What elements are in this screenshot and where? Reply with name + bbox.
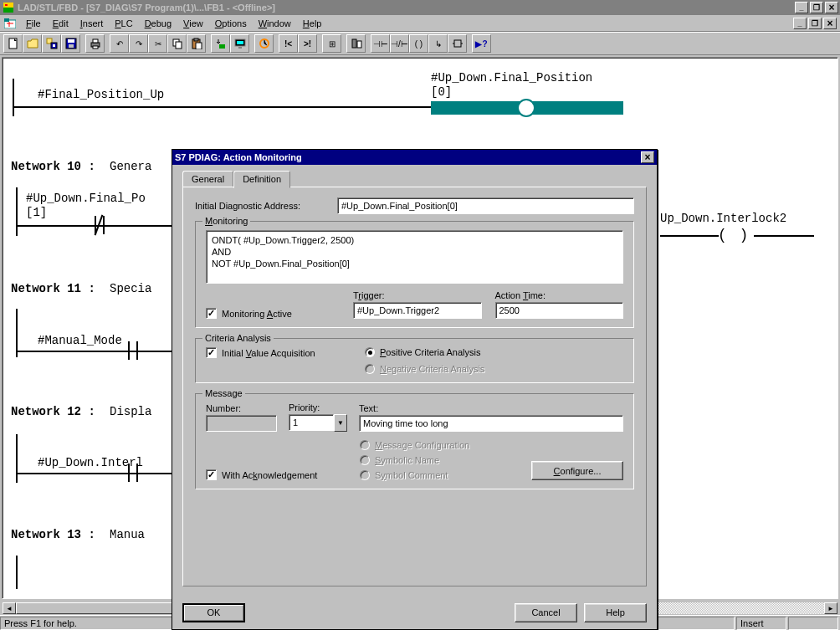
tab-general[interactable]: General	[182, 171, 233, 187]
mdi-restore-button[interactable]: ❐	[808, 18, 822, 29]
fieldset-criteria: Criteria Analysis Initial Value Acquisit…	[195, 338, 634, 383]
menu-insert[interactable]: Insert	[74, 17, 110, 30]
label-final-pos-up: #Final_Position_Up	[38, 88, 164, 101]
rung13-rail	[16, 556, 18, 589]
tool-savegroup-icon[interactable]	[42, 34, 61, 53]
help-button[interactable]: Help	[584, 603, 647, 622]
network13-label: Network 13 :	[11, 528, 95, 541]
label-msg-number: Number:	[206, 403, 277, 413]
tool-print-icon[interactable]	[85, 34, 105, 53]
monitoring-line1: ONDT( #Up_Down.Trigger2, 2500)	[212, 234, 617, 246]
configure-button[interactable]: Configure...	[531, 461, 623, 480]
tool-branch-icon[interactable]: ↳	[428, 34, 448, 53]
rung10-rail	[16, 187, 18, 236]
svg-rect-8	[53, 44, 55, 47]
input-msg-text[interactable]: Moving time too long	[359, 415, 623, 432]
rung12-rail	[16, 434, 18, 483]
tool-monitor-icon[interactable]	[230, 34, 249, 53]
tool-redo-icon[interactable]: ↷	[129, 34, 148, 53]
tool-help-icon[interactable]: ▶?	[472, 34, 491, 53]
hscroll-thumb[interactable]	[16, 602, 183, 614]
checkbox-initial-value[interactable]	[206, 347, 217, 358]
legend-message: Message	[202, 388, 245, 398]
checkbox-with-ack[interactable]	[206, 469, 217, 480]
menu-help[interactable]: Help	[297, 17, 328, 30]
mdi-minimize-button[interactable]: _	[793, 18, 807, 29]
tool-open-icon[interactable]	[23, 34, 42, 53]
chevron-down-icon[interactable]: ▼	[334, 414, 347, 432]
menu-options[interactable]: Options	[209, 17, 253, 30]
input-msg-number	[206, 415, 277, 432]
network10-right-label: Up_Down.Interlock2	[660, 212, 786, 225]
menu-plc[interactable]: PLC	[109, 17, 138, 30]
svg-rect-10	[68, 39, 74, 43]
checkbox-monitoring-active[interactable]	[206, 308, 217, 319]
tool-syminfo-icon[interactable]: ⊞	[322, 34, 341, 53]
input-action-time[interactable]: 2500	[495, 302, 624, 319]
tool-vartable-icon[interactable]	[254, 34, 274, 53]
tab-panel-definition: Initial Diagnostic Address: #Up_Down.Fin…	[182, 187, 647, 586]
network10-var1-idx: [1]	[26, 206, 47, 219]
select-value: 1	[289, 414, 334, 431]
mdi-close-button[interactable]	[823, 18, 837, 29]
menu-debug[interactable]: Debug	[139, 17, 177, 30]
highlighted-coil-icon	[517, 99, 535, 117]
network10-title: Genera	[110, 160, 151, 173]
close-button[interactable]	[825, 2, 838, 13]
fieldset-message: Message Number: Priority: 1 ▼ Tex	[195, 393, 634, 489]
svg-rect-0	[3, 8, 13, 13]
tab-definition[interactable]: Definition	[233, 171, 290, 188]
label-symcomment: Symbol Comment	[375, 470, 448, 480]
restore-button[interactable]: ❐	[810, 2, 823, 13]
tool-save-icon[interactable]	[61, 34, 80, 53]
svg-rect-27	[454, 40, 461, 47]
svg-rect-22	[237, 41, 243, 44]
status-insert: Insert	[736, 617, 786, 630]
radio-symname	[360, 455, 370, 465]
tool-contact-icon[interactable]: ⊣⊢	[371, 34, 390, 53]
app-icon	[2, 1, 15, 14]
dialog-close-button[interactable]: ×	[641, 151, 654, 163]
monitoring-line3: NOT #Up_Down.Final_Position[0]	[212, 258, 617, 269]
ok-button[interactable]: OK	[182, 603, 245, 622]
tool-paste-icon[interactable]	[187, 34, 206, 53]
tool-contactnot-icon[interactable]: ⊣/⊢	[390, 34, 409, 53]
tool-download-icon[interactable]	[211, 34, 230, 53]
hscroll-left-arrow[interactable]: ◄	[3, 602, 16, 614]
svg-rect-14	[93, 46, 98, 49]
input-trigger[interactable]: #Up_Down.Trigger2	[353, 302, 482, 319]
tool-cut-icon[interactable]: ✂	[148, 34, 167, 53]
tool-gotostart-icon[interactable]: !<	[279, 34, 298, 53]
legend-criteria: Criteria Analysis	[202, 333, 274, 343]
svg-rect-2	[5, 4, 8, 6]
menu-window[interactable]: Window	[253, 17, 297, 30]
menu-file[interactable]: File	[20, 17, 47, 30]
tool-library-icon[interactable]	[346, 34, 366, 53]
tool-box-icon[interactable]	[448, 34, 467, 53]
label-monitoring-active: Monitoring Active	[222, 309, 292, 319]
svg-rect-4	[4, 18, 9, 22]
input-init-diag-address[interactable]: #Up_Down.Final_Position[0]	[337, 197, 634, 214]
tool-undo-icon[interactable]: ↶	[110, 34, 129, 53]
network10-var1: #Up_Down.Final_Po	[26, 192, 146, 205]
network11-title: Specia	[110, 282, 151, 295]
fieldset-monitoring: Monitoring ONDT( #Up_Down.Trigger2, 2500…	[195, 221, 634, 328]
radio-positive-criteria[interactable]	[365, 347, 375, 357]
network12-label: Network 12 :	[11, 405, 95, 418]
label-initial-value: Initial Value Acquisition	[222, 348, 315, 358]
radio-negative-criteria	[365, 364, 375, 374]
status-extra-pane	[788, 617, 838, 630]
select-msg-priority[interactable]: 1 ▼	[289, 414, 347, 432]
tool-gotoend-icon[interactable]: >!	[298, 34, 317, 53]
textarea-monitoring[interactable]: ONDT( #Up_Down.Trigger2, 2500) AND NOT #…	[206, 230, 623, 284]
cancel-button[interactable]: Cancel	[515, 603, 577, 622]
tool-coil-icon[interactable]: ( )	[409, 34, 428, 53]
menu-view[interactable]: View	[177, 17, 209, 30]
menu-edit[interactable]: Edit	[47, 17, 74, 30]
network12-title: Displa	[110, 405, 151, 418]
minimize-button[interactable]: _	[795, 2, 808, 13]
tool-copy-icon[interactable]	[167, 34, 187, 53]
mdi-doc-icon[interactable]	[3, 18, 17, 29]
hscroll-right-arrow[interactable]: ►	[824, 602, 837, 614]
tool-new-icon[interactable]	[3, 34, 23, 53]
